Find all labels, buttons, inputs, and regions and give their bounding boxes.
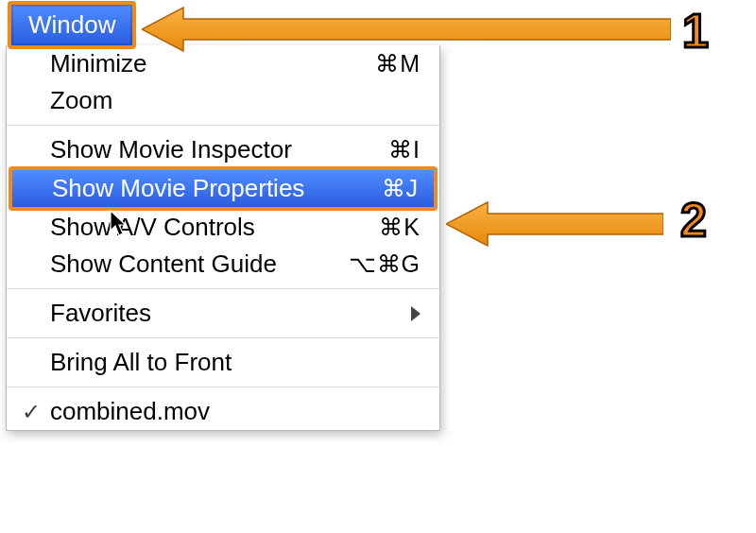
menu-label: Show Content Guide bbox=[50, 249, 277, 279]
menu-label: Show Movie Inspector bbox=[50, 135, 292, 164]
menu-shortcut: ⌘J bbox=[382, 175, 420, 202]
menu-item-show-content-guide[interactable]: Show Content Guide ⌥⌘G bbox=[7, 246, 439, 283]
menu-separator bbox=[7, 125, 439, 126]
checkmark-icon: ✓ bbox=[22, 399, 41, 425]
menu-label: Minimize bbox=[50, 49, 147, 78]
svg-marker-0 bbox=[142, 8, 671, 51]
window-menu-title[interactable]: Window bbox=[8, 1, 136, 49]
mouse-cursor-icon bbox=[110, 210, 130, 238]
menu-label: Zoom bbox=[50, 86, 112, 115]
menu-separator bbox=[7, 387, 439, 387]
menu-label: Show A/V Controls bbox=[50, 213, 255, 242]
menu-shortcut: ⌘I bbox=[388, 136, 421, 163]
annotation-step-number: 2 bbox=[680, 193, 707, 248]
menu-item-show-av-controls[interactable]: Show A/V Controls ⌘K bbox=[7, 209, 439, 246]
window-dropdown-menu: Minimize ⌘M Zoom Show Movie Inspector ⌘I… bbox=[6, 45, 440, 431]
menu-label: combined.mov bbox=[50, 397, 210, 426]
menu-shortcut: ⌘K bbox=[379, 214, 421, 241]
annotation-arrow-icon bbox=[142, 6, 671, 53]
menu-shortcut: ⌘M bbox=[375, 50, 421, 77]
menu-label: Show Movie Properties bbox=[52, 174, 304, 203]
menu-item-bring-all-to-front[interactable]: Bring All to Front bbox=[7, 344, 439, 381]
menu-shortcut: ⌥⌘G bbox=[349, 250, 421, 278]
menu-item-zoom[interactable]: Zoom bbox=[7, 82, 439, 119]
annotation-arrow-icon bbox=[446, 200, 663, 248]
menu-item-window-combined-mov[interactable]: ✓ combined.mov bbox=[7, 393, 439, 430]
svg-marker-1 bbox=[446, 202, 663, 246]
menu-label: Favorites bbox=[50, 299, 151, 328]
menubar: Window bbox=[8, 6, 136, 43]
menu-item-show-movie-inspector[interactable]: Show Movie Inspector ⌘I bbox=[7, 131, 439, 168]
menu-label: Bring All to Front bbox=[50, 348, 232, 377]
menu-item-show-movie-properties[interactable]: Show Movie Properties ⌘J bbox=[9, 166, 438, 211]
submenu-arrow-icon bbox=[411, 306, 421, 321]
menu-separator bbox=[7, 288, 439, 289]
menu-separator bbox=[7, 337, 439, 338]
menu-item-favorites[interactable]: Favorites bbox=[7, 295, 439, 332]
annotation-step-number: 1 bbox=[682, 4, 709, 59]
